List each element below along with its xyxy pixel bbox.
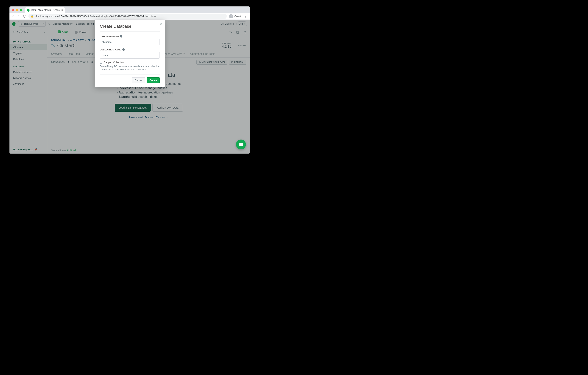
database-name-label: DATABASE NAME ? (100, 35, 160, 38)
chat-icon (239, 142, 243, 147)
collection-name-input[interactable] (100, 52, 160, 59)
profile-label: Guest (234, 15, 241, 18)
url-input[interactable]: 🔒 cloud.mongodb.com/v2/5f437cc7b89c37550… (28, 14, 227, 19)
help-icon[interactable]: ? (120, 35, 122, 38)
help-icon[interactable]: ? (122, 48, 125, 51)
browser-window: Data | Atlas: MongoDB Atlas × + 🔒 cloud.… (10, 6, 250, 154)
avatar-icon (229, 14, 233, 18)
lock-icon: 🔒 (31, 15, 33, 18)
browser-address-bar: 🔒 cloud.mongodb.com/v2/5f437cc7b89c37550… (10, 13, 250, 20)
close-tab-icon[interactable]: × (61, 9, 63, 11)
modal-description: Before MongoDB can save your new databas… (100, 65, 160, 71)
app-root: 🗎 Ben Dechrai ▾ ⚙ Access Manager ▾ Suppo… (10, 20, 250, 154)
browser-tab-strip: Data | Atlas: MongoDB Atlas × + (10, 6, 250, 13)
create-button[interactable]: Create (147, 77, 160, 83)
svg-point-0 (231, 15, 232, 16)
url-text: cloud.mongodb.com/v2/5f437cc7b89c3755086… (35, 15, 156, 18)
maximize-window-icon[interactable] (20, 9, 22, 11)
cancel-button[interactable]: Cancel (132, 77, 145, 83)
forward-icon[interactable] (17, 15, 21, 18)
capped-collection-checkbox[interactable]: Capped Collection (100, 61, 160, 64)
browser-tab[interactable]: Data | Atlas: MongoDB Atlas × (25, 7, 65, 13)
checkbox-icon (100, 61, 102, 64)
tab-title: Data | Atlas: MongoDB Atlas (31, 9, 60, 11)
modal-actions: Cancel Create (100, 77, 160, 83)
browser-profile-chip[interactable]: Guest (229, 14, 241, 18)
close-window-icon[interactable] (12, 9, 14, 11)
intercom-chat-button[interactable] (236, 140, 246, 149)
create-database-modal: × Create Database DATABASE NAME ? COLLEC… (95, 20, 165, 87)
browser-menu-icon[interactable]: ⋮ (243, 14, 248, 18)
collection-name-label: COLLECTION NAME ? (100, 48, 160, 51)
modal-title: Create Database (100, 24, 160, 29)
new-tab-button[interactable]: + (66, 8, 72, 13)
reload-icon[interactable] (23, 15, 26, 18)
back-icon[interactable] (11, 15, 15, 18)
minimize-window-icon[interactable] (16, 9, 18, 11)
window-controls (11, 9, 23, 13)
mongodb-favicon-icon (26, 8, 30, 12)
modal-close-icon[interactable]: × (160, 22, 162, 26)
database-name-input[interactable] (100, 39, 160, 45)
